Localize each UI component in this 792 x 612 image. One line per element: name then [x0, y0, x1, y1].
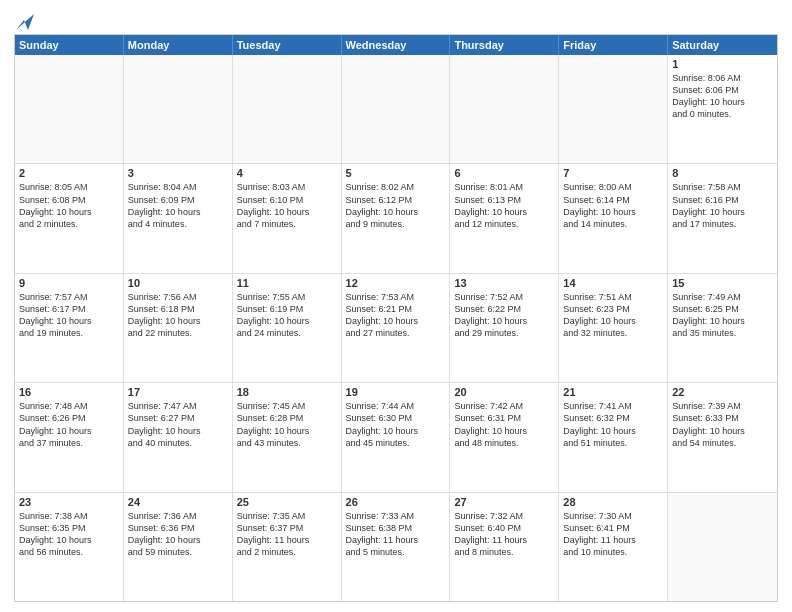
calendar-week-1: 1Sunrise: 8:06 AM Sunset: 6:06 PM Daylig… [15, 55, 777, 164]
day-number: 3 [128, 167, 228, 179]
calendar-cell: 13Sunrise: 7:52 AM Sunset: 6:22 PM Dayli… [450, 274, 559, 382]
day-info: Sunrise: 7:53 AM Sunset: 6:21 PM Dayligh… [346, 291, 446, 340]
logo-bird-icon [16, 10, 34, 32]
calendar-cell: 28Sunrise: 7:30 AM Sunset: 6:41 PM Dayli… [559, 493, 668, 601]
day-info: Sunrise: 7:42 AM Sunset: 6:31 PM Dayligh… [454, 400, 554, 449]
calendar-cell: 12Sunrise: 7:53 AM Sunset: 6:21 PM Dayli… [342, 274, 451, 382]
day-number: 11 [237, 277, 337, 289]
day-number: 12 [346, 277, 446, 289]
day-number: 4 [237, 167, 337, 179]
day-number: 13 [454, 277, 554, 289]
day-number: 1 [672, 58, 773, 70]
calendar-cell: 27Sunrise: 7:32 AM Sunset: 6:40 PM Dayli… [450, 493, 559, 601]
day-info: Sunrise: 8:05 AM Sunset: 6:08 PM Dayligh… [19, 181, 119, 230]
calendar-week-2: 2Sunrise: 8:05 AM Sunset: 6:08 PM Daylig… [15, 164, 777, 273]
day-info: Sunrise: 7:49 AM Sunset: 6:25 PM Dayligh… [672, 291, 773, 340]
day-number: 26 [346, 496, 446, 508]
header [14, 10, 778, 28]
day-number: 6 [454, 167, 554, 179]
day-number: 15 [672, 277, 773, 289]
day-number: 14 [563, 277, 663, 289]
calendar-cell: 2Sunrise: 8:05 AM Sunset: 6:08 PM Daylig… [15, 164, 124, 272]
day-number: 21 [563, 386, 663, 398]
day-info: Sunrise: 8:01 AM Sunset: 6:13 PM Dayligh… [454, 181, 554, 230]
day-number: 7 [563, 167, 663, 179]
calendar-header-saturday: Saturday [668, 35, 777, 55]
day-number: 19 [346, 386, 446, 398]
calendar-cell: 6Sunrise: 8:01 AM Sunset: 6:13 PM Daylig… [450, 164, 559, 272]
day-info: Sunrise: 7:45 AM Sunset: 6:28 PM Dayligh… [237, 400, 337, 449]
calendar-cell: 7Sunrise: 8:00 AM Sunset: 6:14 PM Daylig… [559, 164, 668, 272]
day-info: Sunrise: 7:33 AM Sunset: 6:38 PM Dayligh… [346, 510, 446, 559]
calendar-cell: 9Sunrise: 7:57 AM Sunset: 6:17 PM Daylig… [15, 274, 124, 382]
day-number: 20 [454, 386, 554, 398]
day-info: Sunrise: 7:30 AM Sunset: 6:41 PM Dayligh… [563, 510, 663, 559]
calendar-cell: 3Sunrise: 8:04 AM Sunset: 6:09 PM Daylig… [124, 164, 233, 272]
calendar-header-monday: Monday [124, 35, 233, 55]
calendar-week-4: 16Sunrise: 7:48 AM Sunset: 6:26 PM Dayli… [15, 383, 777, 492]
calendar-cell: 23Sunrise: 7:38 AM Sunset: 6:35 PM Dayli… [15, 493, 124, 601]
calendar-cell [559, 55, 668, 163]
day-number: 17 [128, 386, 228, 398]
calendar-cell: 26Sunrise: 7:33 AM Sunset: 6:38 PM Dayli… [342, 493, 451, 601]
svg-marker-0 [16, 14, 34, 30]
day-info: Sunrise: 7:58 AM Sunset: 6:16 PM Dayligh… [672, 181, 773, 230]
calendar-body: 1Sunrise: 8:06 AM Sunset: 6:06 PM Daylig… [15, 55, 777, 601]
calendar-cell: 20Sunrise: 7:42 AM Sunset: 6:31 PM Dayli… [450, 383, 559, 491]
day-info: Sunrise: 7:56 AM Sunset: 6:18 PM Dayligh… [128, 291, 228, 340]
day-number: 10 [128, 277, 228, 289]
day-info: Sunrise: 7:51 AM Sunset: 6:23 PM Dayligh… [563, 291, 663, 340]
calendar-cell: 5Sunrise: 8:02 AM Sunset: 6:12 PM Daylig… [342, 164, 451, 272]
calendar-cell: 4Sunrise: 8:03 AM Sunset: 6:10 PM Daylig… [233, 164, 342, 272]
day-number: 16 [19, 386, 119, 398]
calendar-header-wednesday: Wednesday [342, 35, 451, 55]
day-info: Sunrise: 7:38 AM Sunset: 6:35 PM Dayligh… [19, 510, 119, 559]
calendar-cell: 10Sunrise: 7:56 AM Sunset: 6:18 PM Dayli… [124, 274, 233, 382]
calendar-header-thursday: Thursday [450, 35, 559, 55]
day-info: Sunrise: 7:57 AM Sunset: 6:17 PM Dayligh… [19, 291, 119, 340]
logo [14, 10, 34, 28]
calendar-cell: 17Sunrise: 7:47 AM Sunset: 6:27 PM Dayli… [124, 383, 233, 491]
calendar-cell: 24Sunrise: 7:36 AM Sunset: 6:36 PM Dayli… [124, 493, 233, 601]
day-number: 5 [346, 167, 446, 179]
calendar-cell: 8Sunrise: 7:58 AM Sunset: 6:16 PM Daylig… [668, 164, 777, 272]
calendar-cell: 14Sunrise: 7:51 AM Sunset: 6:23 PM Dayli… [559, 274, 668, 382]
day-info: Sunrise: 7:41 AM Sunset: 6:32 PM Dayligh… [563, 400, 663, 449]
calendar-cell [233, 55, 342, 163]
calendar-week-3: 9Sunrise: 7:57 AM Sunset: 6:17 PM Daylig… [15, 274, 777, 383]
calendar-header-sunday: Sunday [15, 35, 124, 55]
day-info: Sunrise: 7:35 AM Sunset: 6:37 PM Dayligh… [237, 510, 337, 559]
day-info: Sunrise: 7:52 AM Sunset: 6:22 PM Dayligh… [454, 291, 554, 340]
calendar-cell [124, 55, 233, 163]
day-info: Sunrise: 7:32 AM Sunset: 6:40 PM Dayligh… [454, 510, 554, 559]
day-info: Sunrise: 7:55 AM Sunset: 6:19 PM Dayligh… [237, 291, 337, 340]
calendar-cell: 15Sunrise: 7:49 AM Sunset: 6:25 PM Dayli… [668, 274, 777, 382]
day-info: Sunrise: 7:44 AM Sunset: 6:30 PM Dayligh… [346, 400, 446, 449]
calendar-cell: 21Sunrise: 7:41 AM Sunset: 6:32 PM Dayli… [559, 383, 668, 491]
day-number: 28 [563, 496, 663, 508]
day-info: Sunrise: 8:02 AM Sunset: 6:12 PM Dayligh… [346, 181, 446, 230]
calendar-cell: 25Sunrise: 7:35 AM Sunset: 6:37 PM Dayli… [233, 493, 342, 601]
calendar-cell [668, 493, 777, 601]
day-number: 18 [237, 386, 337, 398]
day-info: Sunrise: 8:00 AM Sunset: 6:14 PM Dayligh… [563, 181, 663, 230]
calendar-header-tuesday: Tuesday [233, 35, 342, 55]
day-number: 2 [19, 167, 119, 179]
calendar-cell [15, 55, 124, 163]
day-number: 22 [672, 386, 773, 398]
day-info: Sunrise: 7:39 AM Sunset: 6:33 PM Dayligh… [672, 400, 773, 449]
calendar-header: SundayMondayTuesdayWednesdayThursdayFrid… [15, 35, 777, 55]
day-number: 24 [128, 496, 228, 508]
calendar-header-friday: Friday [559, 35, 668, 55]
day-number: 27 [454, 496, 554, 508]
day-number: 8 [672, 167, 773, 179]
calendar: SundayMondayTuesdayWednesdayThursdayFrid… [14, 34, 778, 602]
calendar-week-5: 23Sunrise: 7:38 AM Sunset: 6:35 PM Dayli… [15, 493, 777, 601]
day-info: Sunrise: 7:48 AM Sunset: 6:26 PM Dayligh… [19, 400, 119, 449]
calendar-cell [450, 55, 559, 163]
day-info: Sunrise: 7:36 AM Sunset: 6:36 PM Dayligh… [128, 510, 228, 559]
calendar-cell: 1Sunrise: 8:06 AM Sunset: 6:06 PM Daylig… [668, 55, 777, 163]
calendar-cell: 16Sunrise: 7:48 AM Sunset: 6:26 PM Dayli… [15, 383, 124, 491]
calendar-cell: 19Sunrise: 7:44 AM Sunset: 6:30 PM Dayli… [342, 383, 451, 491]
day-info: Sunrise: 8:06 AM Sunset: 6:06 PM Dayligh… [672, 72, 773, 121]
